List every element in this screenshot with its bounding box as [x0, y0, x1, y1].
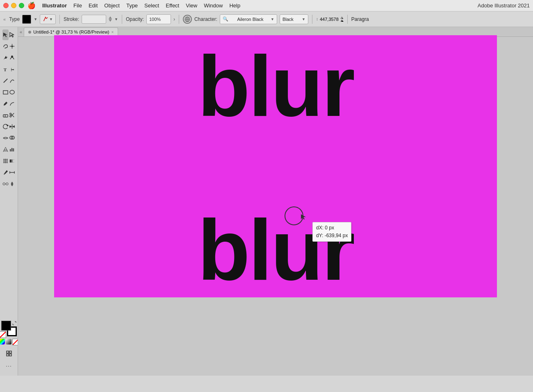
shape-builder-tool[interactable]	[9, 133, 15, 143]
coord-down[interactable]: ▼	[340, 19, 344, 22]
font-style-dropdown[interactable]: Black ▼	[280, 14, 308, 24]
svg-rect-33	[13, 148, 14, 152]
ellipsis-icon: ···	[6, 363, 12, 369]
coord-section: ↕ 447,3578 ▲ ▼	[316, 16, 344, 22]
selection-tool[interactable]	[2, 29, 9, 40]
brush-icon-btn[interactable]: ▼	[40, 14, 56, 24]
menu-item-help[interactable]: Help	[226, 2, 244, 9]
scissors-tool[interactable]	[9, 110, 15, 120]
svg-rect-48	[7, 351, 9, 353]
stroke-value[interactable]	[82, 15, 106, 24]
stroke-label: Stroke:	[64, 16, 79, 22]
menu-item-type[interactable]: Type	[123, 2, 141, 9]
opacity-input[interactable]: 100%	[146, 14, 171, 24]
svg-rect-49	[9, 351, 11, 353]
line-tools-group	[2, 75, 15, 86]
close-button[interactable]	[3, 3, 9, 8]
svg-rect-40	[10, 159, 14, 163]
brush-dropdown[interactable]: ▼	[49, 17, 53, 21]
apple-menu[interactable]: 🍎	[27, 2, 36, 9]
paragraph-label[interactable]: Paragra	[351, 16, 369, 22]
fill-dropdown-arrow[interactable]: ▼	[34, 17, 37, 21]
collapse-icon[interactable]: «	[3, 17, 6, 22]
column-graph-tool[interactable]	[9, 144, 15, 155]
color-mode-btn[interactable]	[0, 339, 5, 344]
coord-spinner[interactable]: ▲ ▼	[340, 16, 344, 22]
reflect-tool[interactable]	[9, 121, 15, 132]
stroke-down-arrow[interactable]	[109, 19, 112, 22]
type-tools-group: T T	[2, 64, 15, 75]
mesh-tool[interactable]	[2, 156, 9, 166]
swap-colors-icon[interactable]	[12, 321, 17, 326]
arc-tool[interactable]	[9, 75, 15, 86]
no-fill-btn[interactable]	[12, 339, 18, 345]
stroke-up-arrow[interactable]	[109, 16, 112, 19]
live-paint-tool[interactable]	[9, 179, 15, 189]
opacity-label: Opacity:	[126, 16, 144, 22]
stroke-dropdown-arrow[interactable]: ▼	[114, 17, 118, 21]
separator-3	[179, 15, 179, 24]
no-color-indicator[interactable]	[0, 331, 6, 338]
style-dropdown-arrow[interactable]: ▼	[302, 17, 305, 21]
rectangle-tool[interactable]	[2, 87, 9, 97]
canvas-panel[interactable]: Untitled-1 blur blur dX:	[18, 27, 533, 376]
lasso-tool[interactable]	[2, 41, 9, 52]
width-tool[interactable]	[2, 133, 9, 143]
globe-icon[interactable]	[183, 15, 192, 24]
more-tools-btn[interactable]: ···	[2, 362, 16, 370]
stroke-spinner[interactable]	[109, 16, 112, 22]
perspective-grid-tool[interactable]	[2, 144, 9, 155]
gradient-tool[interactable]	[9, 156, 15, 166]
pen-tools-group	[2, 52, 15, 63]
type-tool[interactable]: T	[2, 64, 9, 75]
gradient-fill-btn[interactable]	[6, 339, 11, 344]
eyedropper-tool[interactable]	[2, 167, 9, 178]
menu-item-file[interactable]: File	[70, 2, 85, 9]
svg-rect-50	[7, 354, 9, 356]
rotate-tool[interactable]	[2, 121, 9, 132]
smooth-tool[interactable]	[9, 98, 15, 109]
svg-point-20	[10, 116, 11, 117]
menu-item-illustrator[interactable]: Illustrator	[39, 2, 70, 9]
svg-rect-32	[11, 148, 13, 151]
menu-item-view[interactable]: View	[182, 2, 200, 9]
menu-item-select[interactable]: Select	[141, 2, 162, 9]
curvature-tool[interactable]	[9, 52, 15, 63]
coord-up-icon: ↕	[316, 17, 318, 21]
ellipse-tool[interactable]	[9, 87, 15, 97]
menu-item-edit[interactable]: Edit	[85, 2, 101, 9]
svg-text:T: T	[10, 68, 15, 71]
direct-selection-tool[interactable]	[9, 29, 15, 40]
minimize-button[interactable]	[11, 3, 16, 8]
vertical-type-tool[interactable]: T	[9, 64, 15, 75]
menu-bar-right: Adobe Illustrator 2021	[478, 2, 530, 9]
svg-rect-15	[3, 91, 8, 94]
blend-tool[interactable]	[2, 179, 9, 189]
opacity-chevron[interactable]: ›	[173, 16, 175, 22]
artboard[interactable]: blur blur dX: 0 px dY: -639,94 px	[54, 35, 497, 297]
svg-marker-4	[3, 32, 7, 37]
main-layout: T T	[0, 27, 533, 376]
pen-tool[interactable]	[2, 52, 9, 63]
eyedropper-tools-group	[2, 167, 15, 178]
pencil-tool[interactable]	[2, 98, 9, 109]
eraser-tool[interactable]	[2, 110, 9, 120]
fill-color[interactable]	[1, 321, 11, 331]
font-family-dropdown[interactable]: 🔍 Aileron Black ▼	[220, 14, 277, 24]
menu-item-object[interactable]: Object	[101, 2, 123, 9]
font-dropdown-arrow[interactable]: ▼	[271, 17, 274, 21]
left-toolbar: T T	[0, 27, 18, 376]
maximize-button[interactable]	[19, 3, 24, 8]
line-segment-tool[interactable]	[2, 75, 9, 86]
fill-color-swatch[interactable]	[22, 15, 31, 24]
measure-tool[interactable]	[9, 167, 15, 178]
menu-item-window[interactable]: Window	[200, 2, 226, 9]
artboard-tool[interactable]	[2, 348, 16, 359]
magic-wand-tool[interactable]	[9, 41, 15, 52]
color-stack[interactable]	[1, 321, 17, 336]
coord-up[interactable]: ▲	[340, 16, 344, 19]
canvas-area[interactable]: « Untitled-1* @ 31,73 % (RGB/Preview) × …	[18, 27, 533, 376]
menu-item-effect[interactable]: Effect	[162, 2, 182, 9]
svg-marker-5	[10, 32, 14, 37]
shape-tools-group	[2, 87, 15, 97]
